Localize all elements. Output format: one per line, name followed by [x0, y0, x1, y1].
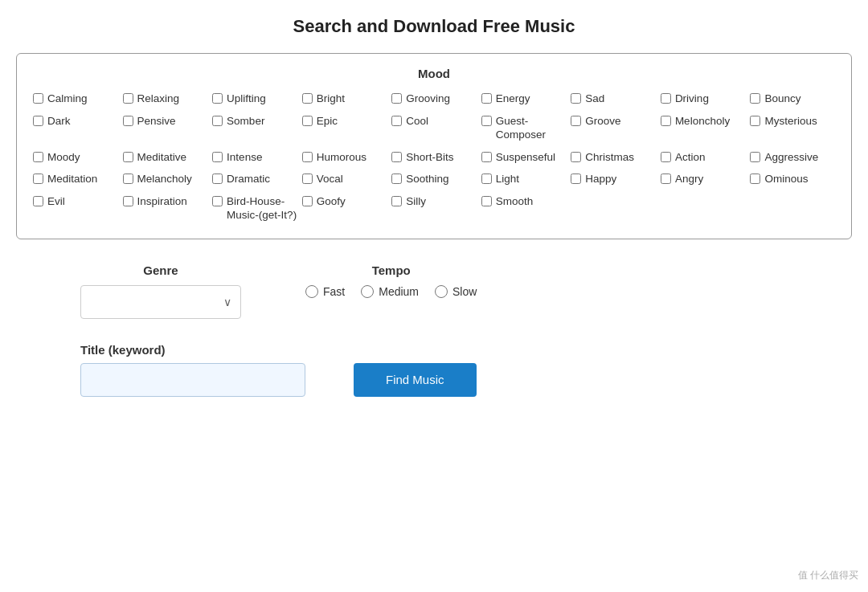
- mood-checkbox-ominous[interactable]: [750, 174, 760, 184]
- mood-checkbox-christmas[interactable]: [571, 152, 581, 162]
- mood-item-light: Light: [481, 172, 567, 186]
- mood-label-goofy: Goofy: [317, 194, 346, 209]
- mood-item-soothing: Soothing: [391, 172, 477, 186]
- mood-label-meditative: Meditative: [137, 150, 187, 165]
- mood-checkbox-smooth[interactable]: [481, 196, 492, 206]
- mood-label-bright: Bright: [317, 92, 345, 106]
- mood-item-energy: Energy: [481, 92, 567, 106]
- mood-checkbox-angry[interactable]: [661, 174, 671, 184]
- mood-label-christmas: Christmas: [585, 150, 634, 165]
- mood-item-sad: Sad: [571, 92, 656, 106]
- mood-item-happy: Happy: [571, 172, 656, 186]
- mood-checkbox-bouncy[interactable]: [750, 93, 760, 104]
- mood-checkbox-happy[interactable]: [571, 174, 581, 184]
- mood-checkbox-action[interactable]: [661, 152, 671, 162]
- mood-label-meditation: Meditation: [47, 172, 97, 186]
- mood-checkbox-evil[interactable]: [33, 196, 43, 206]
- tempo-radio-fast[interactable]: [305, 285, 318, 298]
- mood-label-light: Light: [496, 172, 519, 186]
- mood-label-calming: Calming: [47, 92, 88, 106]
- mood-checkbox-sad[interactable]: [571, 93, 581, 104]
- mood-checkbox-aggressive[interactable]: [750, 152, 760, 162]
- mood-checkbox-dark[interactable]: [33, 116, 43, 126]
- mood-checkbox-vocal[interactable]: [302, 174, 313, 184]
- genre-select-wrapper: ClassicalJazzRockPopElectronicHip-HopCou…: [80, 285, 241, 319]
- title-search-input[interactable]: [80, 363, 305, 397]
- mood-checkbox-humorous[interactable]: [302, 152, 313, 162]
- mood-label-meloncholy: Meloncholy: [675, 114, 730, 129]
- genre-select[interactable]: ClassicalJazzRockPopElectronicHip-HopCou…: [80, 285, 241, 319]
- mood-item-meloncholy: Meloncholy: [661, 114, 746, 142]
- mood-checkbox-guest-composer[interactable]: [481, 116, 492, 126]
- mood-checkbox-grooving[interactable]: [391, 93, 402, 104]
- mood-item-relaxing: Relaxing: [123, 92, 208, 106]
- mood-label-humorous: Humorous: [317, 150, 366, 165]
- mood-label-uplifting: Uplifting: [227, 92, 266, 106]
- mood-item-goofy: Goofy: [302, 194, 387, 223]
- mood-checkbox-dramatic[interactable]: [212, 174, 223, 184]
- mood-label-happy: Happy: [585, 172, 616, 186]
- mood-checkbox-driving[interactable]: [661, 93, 671, 104]
- mood-item-ominous: Ominous: [750, 172, 835, 186]
- mood-label-suspenseful: Suspenseful: [496, 150, 555, 165]
- tempo-label-medium: Medium: [379, 285, 419, 298]
- tempo-radio-slow[interactable]: [435, 285, 448, 298]
- mood-checkbox-epic[interactable]: [302, 116, 313, 126]
- tempo-label-fast: Fast: [323, 285, 345, 298]
- watermark: 值 什么值得买: [798, 569, 858, 582]
- mood-checkbox-inspiration[interactable]: [123, 196, 133, 206]
- tempo-radio-medium[interactable]: [361, 285, 374, 298]
- title-label: Title (keyword): [80, 343, 305, 357]
- mood-checkbox-soothing[interactable]: [391, 174, 402, 184]
- lower-section: Genre ClassicalJazzRockPopElectronicHip-…: [16, 263, 852, 319]
- mood-checkbox-meloncholy[interactable]: [661, 116, 671, 126]
- mood-checkbox-suspenseful[interactable]: [481, 152, 492, 162]
- mood-checkbox-groove[interactable]: [571, 116, 581, 126]
- mood-label-bird-house-music: Bird-House-Music-(get-It?): [227, 194, 297, 223]
- mood-checkbox-intense[interactable]: [212, 152, 223, 162]
- genre-label: Genre: [143, 263, 178, 277]
- mood-item-aggressive: Aggressive: [750, 150, 835, 165]
- mood-item-dramatic: Dramatic: [212, 172, 297, 186]
- mood-section: Mood CalmingRelaxingUpliftingBrightGroov…: [16, 53, 852, 239]
- mood-label-short-bits: Short-Bits: [406, 150, 453, 165]
- mood-checkbox-calming[interactable]: [33, 93, 43, 104]
- mood-item-inspiration: Inspiration: [123, 194, 208, 223]
- mood-grid: CalmingRelaxingUpliftingBrightGroovingEn…: [33, 92, 835, 223]
- mood-item-silly: Silly: [391, 194, 477, 223]
- mood-label-dark: Dark: [47, 114, 71, 129]
- title-section: Title (keyword) Find Music: [16, 343, 852, 397]
- mood-label-aggressive: Aggressive: [764, 150, 818, 165]
- mood-checkbox-meditative[interactable]: [123, 152, 133, 162]
- mood-checkbox-meditation[interactable]: [33, 174, 43, 184]
- mood-item-suspenseful: Suspenseful: [481, 150, 567, 165]
- mood-item-bouncy: Bouncy: [750, 92, 835, 106]
- mood-label-cool: Cool: [406, 114, 428, 129]
- mood-label-vocal: Vocal: [317, 172, 343, 186]
- mood-checkbox-cool[interactable]: [391, 116, 402, 126]
- mood-item-epic: Epic: [302, 114, 387, 142]
- mood-checkbox-uplifting[interactable]: [212, 93, 223, 104]
- mood-item-smooth: Smooth: [481, 194, 567, 223]
- mood-item-humorous: Humorous: [302, 150, 387, 165]
- mood-checkbox-mysterious[interactable]: [750, 116, 760, 126]
- mood-checkbox-relaxing[interactable]: [123, 93, 133, 104]
- mood-item-guest-composer: Guest-Composer: [481, 114, 567, 142]
- mood-checkbox-light[interactable]: [481, 174, 492, 184]
- mood-item-pensive: Pensive: [123, 114, 208, 142]
- find-music-button[interactable]: Find Music: [354, 363, 477, 397]
- mood-checkbox-goofy[interactable]: [302, 196, 313, 206]
- tempo-options: FastMediumSlow: [305, 285, 477, 298]
- mood-checkbox-somber[interactable]: [212, 116, 223, 126]
- mood-checkbox-energy[interactable]: [481, 93, 492, 104]
- mood-checkbox-short-bits[interactable]: [391, 152, 402, 162]
- mood-checkbox-melancholy[interactable]: [123, 174, 133, 184]
- mood-checkbox-bird-house-music[interactable]: [212, 196, 223, 206]
- mood-item-moody: Moody: [33, 150, 118, 165]
- mood-checkbox-silly[interactable]: [391, 196, 402, 206]
- tempo-section: Tempo FastMediumSlow: [305, 263, 477, 319]
- mood-item-bird-house-music: Bird-House-Music-(get-It?): [212, 194, 297, 223]
- mood-checkbox-moody[interactable]: [33, 152, 43, 162]
- mood-checkbox-bright[interactable]: [302, 93, 313, 104]
- mood-checkbox-pensive[interactable]: [123, 116, 133, 126]
